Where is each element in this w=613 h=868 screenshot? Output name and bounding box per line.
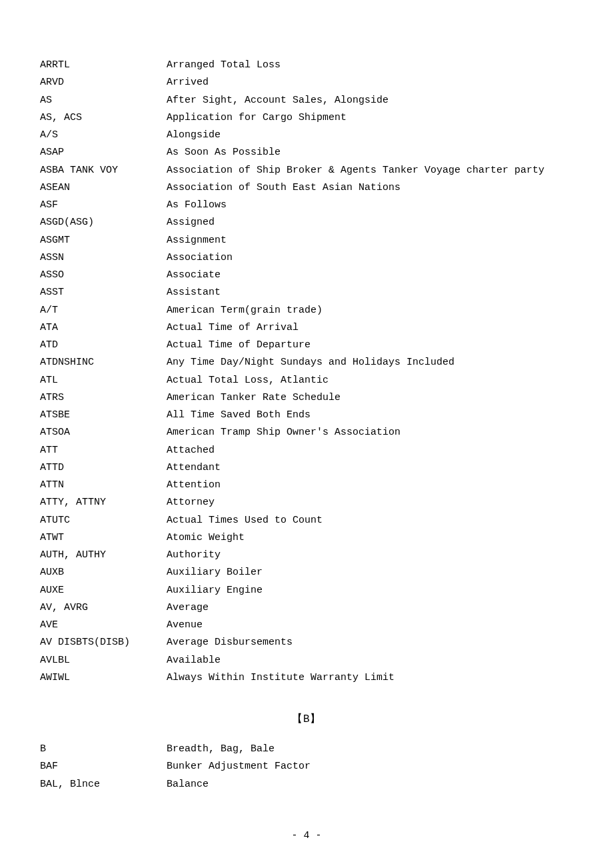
abbreviation: ATTN	[40, 477, 167, 494]
definition: Balance	[167, 776, 573, 793]
glossary-entry: ATDActual Time of Departure	[40, 337, 573, 354]
glossary-entry: ASSNAssociation	[40, 249, 573, 267]
glossary-entry: AVLBLAvailable	[40, 652, 573, 669]
definition: Available	[167, 652, 573, 669]
definition: Assignment	[167, 232, 573, 249]
glossary-entry: ASGMTAssignment	[40, 232, 573, 249]
glossary-entry: ASGD(ASG)Assigned	[40, 214, 573, 231]
glossary-entry: ATTDAttendant	[40, 459, 573, 477]
definition: Always Within Institute Warranty Limit	[167, 669, 573, 687]
page-number: - 4 -	[0, 830, 613, 841]
abbreviation: A/S	[40, 127, 167, 144]
glossary-entry: ATTY, ATTNYAttorney	[40, 494, 573, 511]
abbreviation: BAF	[40, 758, 167, 775]
definition: Authority	[167, 547, 573, 564]
glossary-entry: ATDNSHINCAny Time Day/Night Sundays and …	[40, 354, 573, 371]
definition: Associate	[167, 267, 573, 284]
definition: Bunker Adjustment Factor	[167, 758, 573, 775]
definition: Assigned	[167, 214, 573, 231]
abbreviation: AUXB	[40, 564, 167, 581]
glossary-entry: AUXBAuxiliary Boiler	[40, 564, 573, 581]
definition: Association of Ship Broker & Agents Tank…	[167, 162, 573, 179]
glossary-entry: A/SAlongside	[40, 127, 573, 144]
abbreviation: AUXE	[40, 582, 167, 599]
glossary-entry: ASSTAssistant	[40, 284, 573, 301]
abbreviation: ATT	[40, 442, 167, 459]
definition: Actual Total Loss, Atlantic	[167, 372, 573, 389]
definition: All Time Saved Both Ends	[167, 407, 573, 424]
glossary-entry: ASEANAssociation of South East Asian Nat…	[40, 179, 573, 197]
glossary-entry: ASSOAssociate	[40, 267, 573, 284]
abbreviation: ASF	[40, 197, 167, 214]
abbreviation: ATDNSHINC	[40, 354, 167, 371]
abbreviation: AV, AVRG	[40, 599, 167, 617]
definition: Application for Cargo Shipment	[167, 109, 573, 127]
abbreviation: ATA	[40, 319, 167, 337]
definition: Actual Time of Arrival	[167, 319, 573, 337]
abbreviation: ASST	[40, 284, 167, 301]
definition: Actual Times Used to Count	[167, 512, 573, 529]
glossary-entry: ARVDArrived	[40, 74, 573, 91]
definition: Auxiliary Engine	[167, 582, 573, 599]
definition: Average Disbursements	[167, 634, 573, 651]
glossary-entry: ASBA TANK VOYAssociation of Ship Broker …	[40, 162, 573, 179]
definition: Attorney	[167, 494, 573, 511]
glossary-entry: ATLActual Total Loss, Atlantic	[40, 372, 573, 389]
abbreviation: ASGMT	[40, 232, 167, 249]
definition: Breadth, Bag, Bale	[167, 741, 573, 758]
definition: Assistant	[167, 284, 573, 301]
glossary-entry: AUTH, AUTHYAuthority	[40, 547, 573, 564]
document-body: ARRTLArranged Total LossARVDArrivedASAft…	[40, 57, 573, 793]
abbreviation: ASBA TANK VOY	[40, 162, 167, 179]
glossary-entry: AUXEAuxiliary Engine	[40, 582, 573, 599]
abbreviation: ATTY, ATTNY	[40, 494, 167, 511]
glossary-entry: ATUTCActual Times Used to Count	[40, 512, 573, 529]
abbreviation: AVE	[40, 617, 167, 634]
definition: Association of South East Asian Nations	[167, 179, 573, 197]
abbreviation: ARRTL	[40, 57, 167, 74]
abbreviation: ATWT	[40, 529, 167, 547]
abbreviation: ASSN	[40, 249, 167, 267]
definition: Association	[167, 249, 573, 267]
definition: American Term(grain trade)	[167, 302, 573, 319]
glossary-entry: ATRSAmerican Tanker Rate Schedule	[40, 389, 573, 407]
glossary-entry: ATSOAAmerican Tramp Ship Owner's Associa…	[40, 424, 573, 441]
definition: Alongside	[167, 127, 573, 144]
glossary-entry: AVEAvenue	[40, 617, 573, 634]
abbreviation: BAL, Blnce	[40, 776, 167, 793]
section-header: 【B】	[40, 712, 573, 726]
glossary-entry: BAFBunker Adjustment Factor	[40, 758, 573, 775]
abbreviation: ASAP	[40, 144, 167, 161]
definition: American Tramp Ship Owner's Association	[167, 424, 573, 441]
glossary-entry: AV DISBTS(DISB)Average Disbursements	[40, 634, 573, 651]
abbreviation: ATL	[40, 372, 167, 389]
abbreviation: ARVD	[40, 74, 167, 91]
abbreviation: ATSBE	[40, 407, 167, 424]
glossary-entry: ATTAttached	[40, 442, 573, 459]
glossary-entry: A/TAmerican Term(grain trade)	[40, 302, 573, 319]
definition: Arranged Total Loss	[167, 57, 573, 74]
abbreviation: ATSOA	[40, 424, 167, 441]
definition: As Soon As Possible	[167, 144, 573, 161]
glossary-entry: ATTNAttention	[40, 477, 573, 494]
definition: Avenue	[167, 617, 573, 634]
abbreviation: AWIWL	[40, 669, 167, 687]
abbreviation: AS	[40, 92, 167, 109]
abbreviation: AV DISBTS(DISB)	[40, 634, 167, 651]
abbreviation: ATD	[40, 337, 167, 354]
abbreviation: ASSO	[40, 267, 167, 284]
abbreviation: ATUTC	[40, 512, 167, 529]
glossary-entry: AS, ACSApplication for Cargo Shipment	[40, 109, 573, 127]
glossary-entry: BAL, BlnceBalance	[40, 776, 573, 793]
glossary-entry: ASFAs Follows	[40, 197, 573, 214]
abbreviation: ASEAN	[40, 179, 167, 197]
definition: After Sight, Account Sales, Alongside	[167, 92, 573, 109]
definition: Attention	[167, 477, 573, 494]
definition: As Follows	[167, 197, 573, 214]
definition: Any Time Day/Night Sundays and Holidays …	[167, 354, 573, 371]
abbreviation: AUTH, AUTHY	[40, 547, 167, 564]
glossary-entry: ASAfter Sight, Account Sales, Alongside	[40, 92, 573, 109]
definition: Actual Time of Departure	[167, 337, 573, 354]
abbreviation: AS, ACS	[40, 109, 167, 127]
definition: Attendant	[167, 459, 573, 477]
